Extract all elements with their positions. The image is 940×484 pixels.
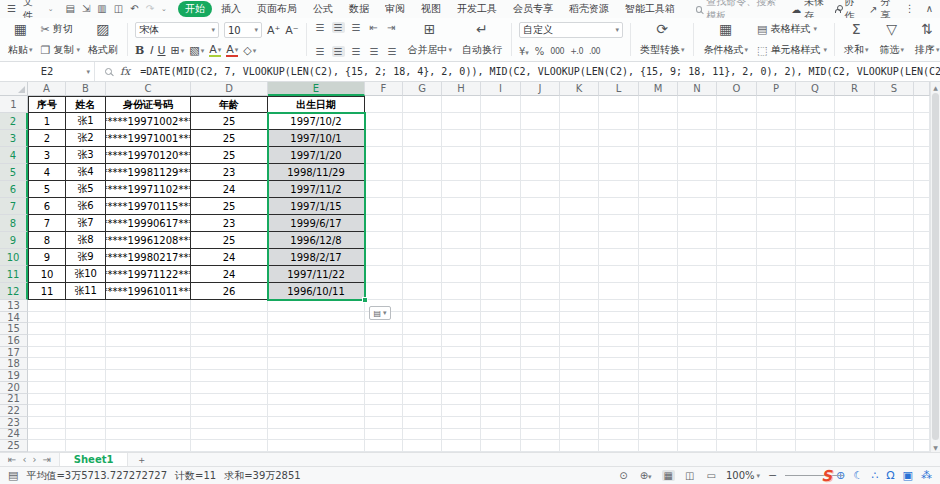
cell-Q10[interactable] xyxy=(796,249,835,266)
cell-M6[interactable] xyxy=(639,181,678,198)
cell-T1[interactable] xyxy=(914,96,930,113)
cell-D20[interactable] xyxy=(191,382,268,394)
cell-C11[interactable]: ******19971122**** xyxy=(106,266,191,283)
cell-Q12[interactable] xyxy=(796,283,835,300)
cell-I16[interactable] xyxy=(481,335,521,347)
cell-G4[interactable] xyxy=(403,147,442,164)
cell-K8[interactable] xyxy=(560,215,599,232)
cell-I24[interactable] xyxy=(481,429,521,441)
cell-P19[interactable] xyxy=(757,370,796,382)
cell-J19[interactable] xyxy=(521,370,560,382)
column-header-E[interactable]: E xyxy=(268,82,365,96)
cell-C18[interactable] xyxy=(106,358,191,370)
cell-H25[interactable] xyxy=(442,440,481,452)
cell-P2[interactable] xyxy=(757,113,796,130)
conditional-format-button[interactable]: ▦ 条件格式▾ xyxy=(701,20,750,59)
cell-D16[interactable] xyxy=(191,335,268,347)
row-header-5[interactable]: 5 xyxy=(0,164,28,181)
cell-H20[interactable] xyxy=(442,382,481,394)
percent-format-button[interactable]: % xyxy=(535,46,545,57)
cell-F5[interactable] xyxy=(365,164,403,181)
table-style-button[interactable]: ▤表格样式▾ xyxy=(757,22,827,36)
ribbon-tab-开始[interactable]: 开始 xyxy=(178,1,212,17)
cell-A3[interactable]: 2 xyxy=(28,130,66,147)
cell-I12[interactable] xyxy=(481,283,521,300)
row-header-15[interactable]: 15 xyxy=(0,323,28,335)
cell-N7[interactable] xyxy=(678,198,717,215)
cell-H19[interactable] xyxy=(442,370,481,382)
cell-H17[interactable] xyxy=(442,347,481,359)
cell-P23[interactable] xyxy=(757,417,796,429)
cell-J23[interactable] xyxy=(521,417,560,429)
cell-A9[interactable]: 8 xyxy=(28,232,66,249)
fill-options-button[interactable]: ▤▾ xyxy=(369,306,391,320)
cell-M8[interactable] xyxy=(639,215,678,232)
cell-G19[interactable] xyxy=(403,370,442,382)
cell-E7[interactable]: 1997/1/15 xyxy=(268,198,365,215)
cell-J12[interactable] xyxy=(521,283,560,300)
align-center-icon[interactable]: ☰ xyxy=(332,46,345,57)
cell-A6[interactable]: 5 xyxy=(28,181,66,198)
cell-L1[interactable] xyxy=(599,96,639,113)
cell-T3[interactable] xyxy=(914,130,930,147)
row-header-18[interactable]: 18 xyxy=(0,358,28,370)
cell-B9[interactable]: 张8 xyxy=(66,232,106,249)
cell-C2[interactable]: ******19971002**** xyxy=(106,113,191,130)
cell-J9[interactable] xyxy=(521,232,560,249)
column-header-Q[interactable]: Q xyxy=(796,82,835,96)
row-header-11[interactable]: 11 xyxy=(0,266,28,283)
row-header-22[interactable]: 22 xyxy=(0,405,28,417)
prev-sheet-icon[interactable]: ‹ xyxy=(22,454,26,465)
cell-J5[interactable] xyxy=(521,164,560,181)
cell-D3[interactable]: 25 xyxy=(191,130,268,147)
cell-C24[interactable] xyxy=(106,429,191,441)
cell-I15[interactable] xyxy=(481,323,521,335)
cell-J8[interactable] xyxy=(521,215,560,232)
cell-F12[interactable] xyxy=(365,283,403,300)
cell-K19[interactable] xyxy=(560,370,599,382)
cell-K12[interactable] xyxy=(560,283,599,300)
cell-S2[interactable] xyxy=(875,113,914,130)
cell-O6[interactable] xyxy=(717,181,757,198)
cell-M18[interactable] xyxy=(639,358,678,370)
cell-E16[interactable] xyxy=(268,335,365,347)
ribbon-tab-智能工具箱[interactable]: 智能工具箱 xyxy=(618,1,682,17)
cell-H10[interactable] xyxy=(442,249,481,266)
cell-N11[interactable] xyxy=(678,266,717,283)
more-options-icon[interactable]: ⋮ xyxy=(904,4,916,14)
cell-N17[interactable] xyxy=(678,347,717,359)
cell-L4[interactable] xyxy=(599,147,639,164)
cell-H21[interactable] xyxy=(442,394,481,406)
cell-F4[interactable] xyxy=(365,147,403,164)
ribbon-tab-插入[interactable]: 插入 xyxy=(214,1,248,17)
cell-N2[interactable] xyxy=(678,113,717,130)
cell-G23[interactable] xyxy=(403,417,442,429)
cell-T10[interactable] xyxy=(914,249,930,266)
cell-L14[interactable] xyxy=(599,312,639,324)
cell-S5[interactable] xyxy=(875,164,914,181)
cell-H24[interactable] xyxy=(442,429,481,441)
cell-R7[interactable] xyxy=(835,198,875,215)
type-convert-button[interactable]: ⟳ 类型转换▾ xyxy=(638,20,687,59)
cell-E2[interactable]: 1997/10/2 xyxy=(268,113,365,130)
cell-G25[interactable] xyxy=(403,440,442,452)
cell-A22[interactable] xyxy=(28,405,66,417)
cell-K21[interactable] xyxy=(560,394,599,406)
first-sheet-icon[interactable]: ⇤ xyxy=(8,454,16,465)
cell-B25[interactable] xyxy=(66,440,106,452)
cell-F17[interactable] xyxy=(365,347,403,359)
ribbon-tab-开发工具[interactable]: 开发工具 xyxy=(450,1,504,17)
cell-A10[interactable]: 9 xyxy=(28,249,66,266)
selection-stats-icon[interactable]: ▤ xyxy=(8,469,18,482)
cell-B11[interactable]: 张10 xyxy=(66,266,106,283)
cell-M21[interactable] xyxy=(639,394,678,406)
cell-C4[interactable]: ******19970120**** xyxy=(106,147,191,164)
cell-G18[interactable] xyxy=(403,358,442,370)
cell-Q23[interactable] xyxy=(796,417,835,429)
cell-S20[interactable] xyxy=(875,382,914,394)
cell-R23[interactable] xyxy=(835,417,875,429)
cell-Q11[interactable] xyxy=(796,266,835,283)
cell-S6[interactable] xyxy=(875,181,914,198)
cell-E11[interactable]: 1997/11/22 xyxy=(268,266,365,283)
cell-E23[interactable] xyxy=(268,417,365,429)
